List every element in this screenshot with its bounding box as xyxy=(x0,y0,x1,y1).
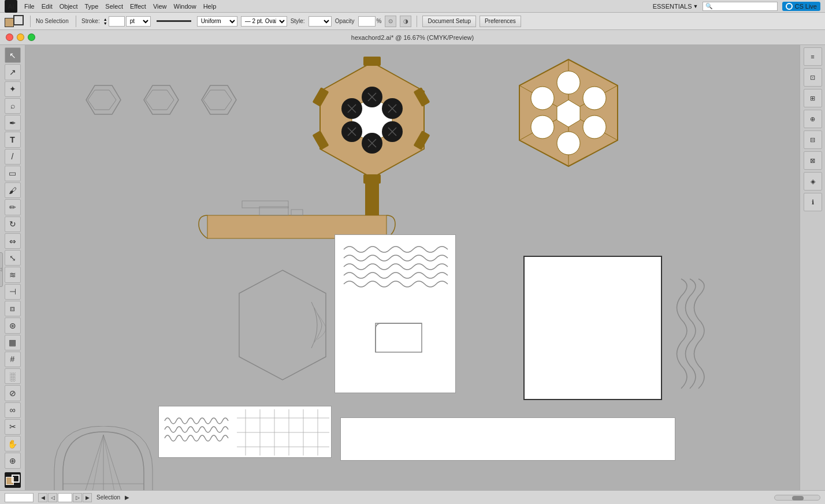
zoom-input[interactable]: 16.67% xyxy=(5,493,34,502)
outline-hexagons xyxy=(63,80,265,149)
menu-window[interactable]: Window xyxy=(174,3,196,10)
stroke-style-select[interactable]: Uniform xyxy=(197,16,237,27)
tool-graph[interactable]: ▦ xyxy=(5,335,21,350)
opacity-label: Opacity xyxy=(335,18,355,24)
menu-view[interactable]: View xyxy=(153,3,167,10)
right-panel: ≡ ⊡ ⊞ ⊕ ⊟ ⊠ ◈ ℹ ◁ xyxy=(800,45,825,490)
svg-rect-26 xyxy=(363,57,381,66)
canvas-area[interactable] xyxy=(25,45,800,490)
tool-scale[interactable]: ⤡ xyxy=(5,250,21,266)
sep1 xyxy=(30,16,31,27)
tool-gradient[interactable]: ░ xyxy=(5,368,21,384)
fill-swatch[interactable] xyxy=(5,18,14,27)
tool-hand[interactable]: ✋ xyxy=(5,436,21,451)
tool-mesh[interactable]: # xyxy=(5,352,21,367)
sep3 xyxy=(417,16,417,27)
prev-artboard[interactable]: ◀ xyxy=(38,493,47,502)
svg-marker-5 xyxy=(203,90,232,110)
appearance-panel-btn[interactable]: ⊕ xyxy=(804,110,822,128)
svg-point-39 xyxy=(583,115,606,139)
tool-pen[interactable]: ✒ xyxy=(5,115,21,130)
scroll-indicator xyxy=(774,495,820,501)
status-arrow: ▶ xyxy=(125,494,129,501)
stroke-up[interactable]: ▲ xyxy=(103,17,107,21)
window-controls xyxy=(6,33,35,41)
transform-panel-btn[interactable]: ⊠ xyxy=(804,151,822,170)
tool-paintbrush[interactable]: 🖌 xyxy=(5,182,21,198)
stroke-swatch[interactable] xyxy=(13,15,24,25)
opacity-percent: % xyxy=(377,18,382,24)
title-bar: hexachord2.ai* @ 16.67% (CMYK/Preview) xyxy=(0,30,825,45)
ai-logo: Ai xyxy=(5,0,17,13)
tool-free-transform[interactable]: ⧈ xyxy=(5,301,21,316)
menu-edit[interactable]: Edit xyxy=(42,3,53,10)
tool-pencil[interactable]: ✏ xyxy=(5,199,21,215)
menu-file[interactable]: File xyxy=(24,3,35,10)
tool-rotate[interactable]: ↻ xyxy=(5,216,21,232)
menu-object[interactable]: Object xyxy=(60,3,78,10)
nav-buttons: ◀ ◁ 1 ▷ ▶ xyxy=(38,493,92,502)
page-input[interactable]: 1 xyxy=(58,493,72,502)
artboard-wide xyxy=(340,417,675,461)
layers-panel-btn[interactable]: ≡ xyxy=(804,47,822,66)
menu-bar: Ai File Edit Object Type Select Effect V… xyxy=(0,0,825,13)
menu-select[interactable]: Select xyxy=(105,3,123,10)
panel-expand-handle[interactable]: ◁ xyxy=(0,252,3,287)
sep2 xyxy=(76,16,76,27)
artboard-1 xyxy=(335,234,456,393)
cs-live-button[interactable]: CS Live xyxy=(782,2,820,11)
stroke-down[interactable]: ▼ xyxy=(103,21,107,25)
essentials-dropdown[interactable]: ESSENTIALS ▼ xyxy=(653,3,698,10)
align-panel-btn[interactable]: ⊟ xyxy=(804,130,822,149)
svg-point-37 xyxy=(557,71,580,94)
essentials-chevron: ▼ xyxy=(693,3,698,9)
tool-eyedropper[interactable]: ⊘ xyxy=(5,385,21,401)
tool-rectangle[interactable]: ▭ xyxy=(5,166,21,181)
tool-selection[interactable]: ↖ xyxy=(5,47,21,63)
close-button[interactable] xyxy=(6,33,13,41)
stroke-input[interactable]: 1 xyxy=(109,16,125,27)
opacity-group: 100 % xyxy=(358,16,382,27)
info-panel-btn[interactable]: ℹ xyxy=(804,193,822,211)
menu-help[interactable]: Help xyxy=(203,3,217,10)
tool-blend[interactable]: ∞ xyxy=(5,402,21,418)
tool-lasso[interactable]: ⌕ xyxy=(5,98,21,114)
tool-scissors[interactable]: ✂ xyxy=(5,419,21,435)
tool-reflect[interactable]: ⇔ xyxy=(5,233,21,249)
arch-shape xyxy=(46,426,161,490)
stroke-unit-select[interactable]: pt px mm xyxy=(126,16,151,27)
maximize-button[interactable] xyxy=(28,33,35,41)
cs-circle-icon xyxy=(786,3,793,10)
style-select[interactable] xyxy=(309,16,332,27)
tool-zoom[interactable]: ⊕ xyxy=(5,453,21,468)
tool-width[interactable]: ⊣ xyxy=(5,284,21,300)
opacity-input[interactable]: 100 xyxy=(358,16,376,27)
tool-symbol[interactable]: ⊛ xyxy=(5,318,21,333)
next-page[interactable]: ▷ xyxy=(73,493,82,502)
svg-point-41 xyxy=(531,115,554,139)
tool-magic-wand[interactable]: ✦ xyxy=(5,81,21,97)
prev-page[interactable]: ◁ xyxy=(48,493,57,502)
stroke-size-select[interactable]: — 2 pt. Oval — 1 pt. — 3 pt. xyxy=(241,16,287,27)
menu-type[interactable]: Type xyxy=(85,3,99,10)
brushes-panel-btn[interactable]: ⊡ xyxy=(804,68,822,87)
symbols-panel-btn[interactable]: ⊞ xyxy=(804,89,822,107)
search-input[interactable] xyxy=(703,2,778,11)
main-layout: ↖ ↗ ✦ ⌕ ✒ T / ▭ 🖌 ✏ ↻ ⇔ ⤡ ≋ ⊣ ⧈ ⊛ ▦ # ░ … xyxy=(0,45,825,490)
tool-warp[interactable]: ≋ xyxy=(5,267,21,282)
stroke-value-group: ▲ ▼ 1 pt px mm xyxy=(103,16,151,27)
preferences-button[interactable]: Preferences xyxy=(480,16,521,27)
stroke-spinners: ▲ ▼ xyxy=(103,17,107,25)
tool-line[interactable]: / xyxy=(5,149,21,165)
outline-hex-large xyxy=(231,267,335,383)
svg-line-63 xyxy=(75,435,103,490)
tool-direct-selection[interactable]: ↗ xyxy=(5,64,21,80)
recolor-icon[interactable]: ⊙ xyxy=(385,16,396,27)
tool-type[interactable]: T xyxy=(5,132,21,147)
next-artboard[interactable]: ▶ xyxy=(83,493,92,502)
menu-effect[interactable]: Effect xyxy=(130,3,146,10)
opacity-icon[interactable]: ◑ xyxy=(400,16,411,27)
minimize-button[interactable] xyxy=(17,33,24,41)
document-setup-button[interactable]: Document Setup xyxy=(422,16,476,27)
navigator-panel-btn[interactable]: ◈ xyxy=(804,172,822,191)
